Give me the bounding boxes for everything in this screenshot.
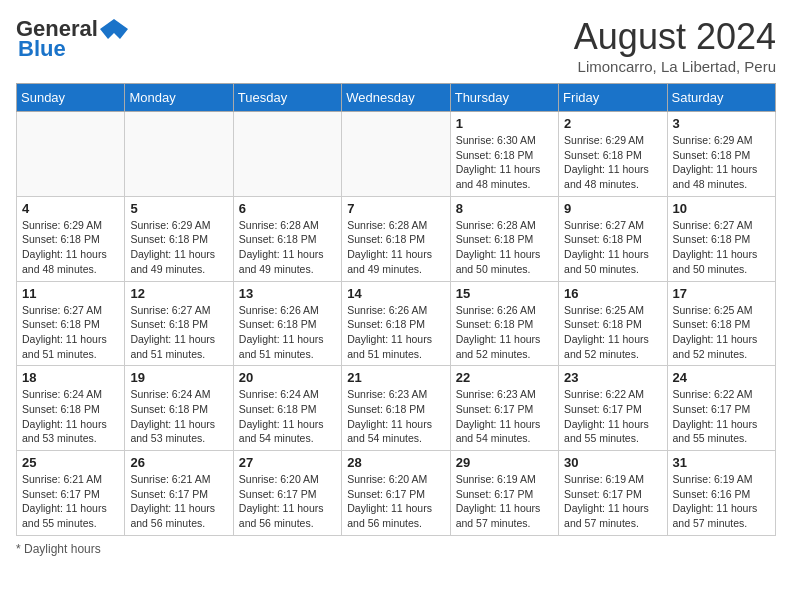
footer-text: Daylight hours [24, 542, 101, 556]
day-info: Sunrise: 6:21 AM Sunset: 6:17 PM Dayligh… [22, 472, 119, 531]
calendar-cell: 20Sunrise: 6:24 AM Sunset: 6:18 PM Dayli… [233, 366, 341, 451]
day-number: 1 [456, 116, 553, 131]
logo-blue: Blue [18, 36, 66, 62]
day-number: 26 [130, 455, 227, 470]
svg-marker-0 [100, 19, 128, 39]
day-info: Sunrise: 6:26 AM Sunset: 6:18 PM Dayligh… [347, 303, 444, 362]
day-header-wednesday: Wednesday [342, 84, 450, 112]
day-info: Sunrise: 6:28 AM Sunset: 6:18 PM Dayligh… [456, 218, 553, 277]
calendar-week-3: 11Sunrise: 6:27 AM Sunset: 6:18 PM Dayli… [17, 281, 776, 366]
calendar-cell: 8Sunrise: 6:28 AM Sunset: 6:18 PM Daylig… [450, 196, 558, 281]
calendar-cell: 10Sunrise: 6:27 AM Sunset: 6:18 PM Dayli… [667, 196, 775, 281]
day-header-friday: Friday [559, 84, 667, 112]
day-number: 11 [22, 286, 119, 301]
day-number: 15 [456, 286, 553, 301]
day-info: Sunrise: 6:27 AM Sunset: 6:18 PM Dayligh… [22, 303, 119, 362]
day-info: Sunrise: 6:27 AM Sunset: 6:18 PM Dayligh… [564, 218, 661, 277]
day-number: 25 [22, 455, 119, 470]
calendar-cell: 9Sunrise: 6:27 AM Sunset: 6:18 PM Daylig… [559, 196, 667, 281]
calendar-cell: 7Sunrise: 6:28 AM Sunset: 6:18 PM Daylig… [342, 196, 450, 281]
calendar-cell: 22Sunrise: 6:23 AM Sunset: 6:17 PM Dayli… [450, 366, 558, 451]
day-info: Sunrise: 6:30 AM Sunset: 6:18 PM Dayligh… [456, 133, 553, 192]
day-info: Sunrise: 6:29 AM Sunset: 6:18 PM Dayligh… [22, 218, 119, 277]
calendar-cell [125, 112, 233, 197]
calendar-subtitle: Limoncarro, La Libertad, Peru [574, 58, 776, 75]
calendar-title: August 2024 [574, 16, 776, 58]
day-info: Sunrise: 6:23 AM Sunset: 6:17 PM Dayligh… [456, 387, 553, 446]
calendar-week-1: 1Sunrise: 6:30 AM Sunset: 6:18 PM Daylig… [17, 112, 776, 197]
day-number: 5 [130, 201, 227, 216]
day-number: 4 [22, 201, 119, 216]
day-info: Sunrise: 6:24 AM Sunset: 6:18 PM Dayligh… [22, 387, 119, 446]
day-number: 19 [130, 370, 227, 385]
day-number: 24 [673, 370, 770, 385]
day-info: Sunrise: 6:19 AM Sunset: 6:17 PM Dayligh… [564, 472, 661, 531]
calendar-cell [342, 112, 450, 197]
calendar-cell: 26Sunrise: 6:21 AM Sunset: 6:17 PM Dayli… [125, 451, 233, 536]
calendar-cell: 19Sunrise: 6:24 AM Sunset: 6:18 PM Dayli… [125, 366, 233, 451]
calendar-cell: 3Sunrise: 6:29 AM Sunset: 6:18 PM Daylig… [667, 112, 775, 197]
calendar-cell: 16Sunrise: 6:25 AM Sunset: 6:18 PM Dayli… [559, 281, 667, 366]
day-number: 31 [673, 455, 770, 470]
calendar-cell: 27Sunrise: 6:20 AM Sunset: 6:17 PM Dayli… [233, 451, 341, 536]
day-header-thursday: Thursday [450, 84, 558, 112]
day-header-tuesday: Tuesday [233, 84, 341, 112]
day-header-sunday: Sunday [17, 84, 125, 112]
calendar-cell: 12Sunrise: 6:27 AM Sunset: 6:18 PM Dayli… [125, 281, 233, 366]
day-info: Sunrise: 6:25 AM Sunset: 6:18 PM Dayligh… [673, 303, 770, 362]
day-info: Sunrise: 6:28 AM Sunset: 6:18 PM Dayligh… [239, 218, 336, 277]
day-number: 18 [22, 370, 119, 385]
calendar-week-5: 25Sunrise: 6:21 AM Sunset: 6:17 PM Dayli… [17, 451, 776, 536]
calendar-cell: 23Sunrise: 6:22 AM Sunset: 6:17 PM Dayli… [559, 366, 667, 451]
day-info: Sunrise: 6:25 AM Sunset: 6:18 PM Dayligh… [564, 303, 661, 362]
day-info: Sunrise: 6:28 AM Sunset: 6:18 PM Dayligh… [347, 218, 444, 277]
day-number: 3 [673, 116, 770, 131]
day-number: 2 [564, 116, 661, 131]
calendar-cell: 31Sunrise: 6:19 AM Sunset: 6:16 PM Dayli… [667, 451, 775, 536]
day-info: Sunrise: 6:20 AM Sunset: 6:17 PM Dayligh… [347, 472, 444, 531]
day-info: Sunrise: 6:27 AM Sunset: 6:18 PM Dayligh… [130, 303, 227, 362]
title-area: August 2024 Limoncarro, La Libertad, Per… [574, 16, 776, 75]
day-number: 9 [564, 201, 661, 216]
day-info: Sunrise: 6:29 AM Sunset: 6:18 PM Dayligh… [564, 133, 661, 192]
logo-icon [100, 19, 128, 39]
day-number: 23 [564, 370, 661, 385]
day-number: 22 [456, 370, 553, 385]
calendar-week-2: 4Sunrise: 6:29 AM Sunset: 6:18 PM Daylig… [17, 196, 776, 281]
day-number: 7 [347, 201, 444, 216]
day-info: Sunrise: 6:24 AM Sunset: 6:18 PM Dayligh… [130, 387, 227, 446]
day-info: Sunrise: 6:20 AM Sunset: 6:17 PM Dayligh… [239, 472, 336, 531]
calendar-cell: 18Sunrise: 6:24 AM Sunset: 6:18 PM Dayli… [17, 366, 125, 451]
page-header: General Blue August 2024 Limoncarro, La … [16, 16, 776, 75]
calendar-table: SundayMondayTuesdayWednesdayThursdayFrid… [16, 83, 776, 536]
day-number: 28 [347, 455, 444, 470]
calendar-cell [233, 112, 341, 197]
day-info: Sunrise: 6:19 AM Sunset: 6:17 PM Dayligh… [456, 472, 553, 531]
day-info: Sunrise: 6:23 AM Sunset: 6:18 PM Dayligh… [347, 387, 444, 446]
day-number: 20 [239, 370, 336, 385]
calendar-cell: 1Sunrise: 6:30 AM Sunset: 6:18 PM Daylig… [450, 112, 558, 197]
calendar-cell: 15Sunrise: 6:26 AM Sunset: 6:18 PM Dayli… [450, 281, 558, 366]
calendar-cell: 25Sunrise: 6:21 AM Sunset: 6:17 PM Dayli… [17, 451, 125, 536]
day-number: 13 [239, 286, 336, 301]
calendar-cell [17, 112, 125, 197]
day-info: Sunrise: 6:24 AM Sunset: 6:18 PM Dayligh… [239, 387, 336, 446]
day-header-monday: Monday [125, 84, 233, 112]
day-info: Sunrise: 6:29 AM Sunset: 6:18 PM Dayligh… [673, 133, 770, 192]
day-number: 29 [456, 455, 553, 470]
calendar-body: 1Sunrise: 6:30 AM Sunset: 6:18 PM Daylig… [17, 112, 776, 536]
day-info: Sunrise: 6:21 AM Sunset: 6:17 PM Dayligh… [130, 472, 227, 531]
footer-note: * Daylight hours [16, 542, 776, 556]
day-number: 27 [239, 455, 336, 470]
day-number: 8 [456, 201, 553, 216]
calendar-cell: 30Sunrise: 6:19 AM Sunset: 6:17 PM Dayli… [559, 451, 667, 536]
day-info: Sunrise: 6:22 AM Sunset: 6:17 PM Dayligh… [564, 387, 661, 446]
day-number: 10 [673, 201, 770, 216]
calendar-cell: 6Sunrise: 6:28 AM Sunset: 6:18 PM Daylig… [233, 196, 341, 281]
calendar-cell: 13Sunrise: 6:26 AM Sunset: 6:18 PM Dayli… [233, 281, 341, 366]
day-header-saturday: Saturday [667, 84, 775, 112]
day-number: 14 [347, 286, 444, 301]
day-info: Sunrise: 6:27 AM Sunset: 6:18 PM Dayligh… [673, 218, 770, 277]
day-number: 30 [564, 455, 661, 470]
day-number: 21 [347, 370, 444, 385]
